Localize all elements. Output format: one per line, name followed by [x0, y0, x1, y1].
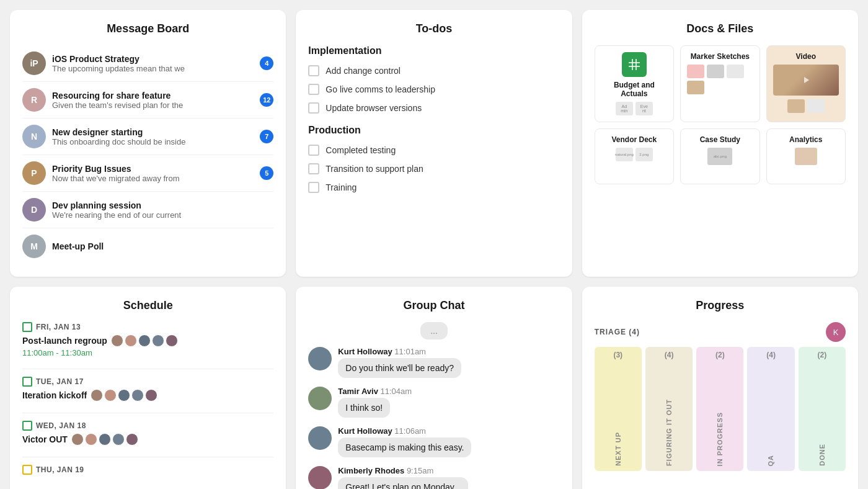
progress-column: (2) DONE: [799, 347, 846, 471]
chat-time: 11:06am: [394, 426, 426, 436]
chat-avatar: [308, 347, 332, 370]
doc-budget[interactable]: Budget and Actuals Admin Event: [595, 45, 674, 122]
todo-checkbox[interactable]: [308, 145, 319, 156]
message-preview: Now that we've migrated away from: [52, 174, 254, 183]
message-item[interactable]: iP iOS Product Strategy The upcoming upd…: [22, 45, 273, 82]
todo-item: Transition to support plan: [308, 159, 559, 178]
triage-label: TRIAGE (4): [595, 328, 640, 336]
doc-marker[interactable]: Marker Sketches: [680, 45, 760, 122]
chat-ellipsis: ...: [420, 322, 448, 339]
schedule-list: FRI, JAN 13 Post-launch regroup 11:00am …: [22, 322, 273, 477]
cs-thumb1: abc.png: [707, 148, 732, 165]
doc-video-thumbs: [787, 99, 825, 113]
progress-title: Progress: [595, 299, 846, 312]
doc-analytics[interactable]: Analytics: [766, 128, 846, 184]
doc-marker-thumbs: [687, 65, 753, 94]
message-item[interactable]: N New designer starting This onboarding …: [22, 119, 273, 155]
chat-bubble-row: Kurt Holloway 11:01am Do you think we'll…: [308, 347, 559, 378]
chat-bubble-row: Tamir Aviv 11:04am I think so!: [308, 387, 559, 418]
todo-checkbox[interactable]: [308, 65, 319, 76]
docs-grid: Budget and Actuals Admin Event Marker Sk…: [595, 45, 846, 184]
progress-col-label: FIGURING IT OUT: [645, 399, 693, 466]
message-badge: 7: [260, 130, 273, 143]
mini-avatar: [166, 334, 178, 347]
mini-avatar: [138, 334, 151, 347]
schedule-item: TUE, JAN 17 Iteration kickoff: [22, 377, 273, 402]
chat-bubble: Great! Let's plan on Monday...: [338, 477, 468, 489]
progress-col-count: (4): [645, 351, 693, 359]
doc-vendor[interactable]: Vendor Deck natural.png 2.png: [595, 128, 674, 184]
chat-time: 11:01am: [394, 347, 426, 356]
chat-list: Kurt Holloway 11:01am Do you think we'll…: [308, 347, 559, 489]
message-badge: 12: [260, 93, 273, 107]
progress-grid: (3) NEXT UP (4) FIGURING IT OUT (2) IN P…: [595, 347, 846, 471]
message-preview: We're nearing the end of our current: [52, 210, 273, 220]
doc-vendor-thumbs: natural.png 2.png: [616, 148, 653, 161]
avatars-row: [111, 334, 178, 347]
chat-avatar: [308, 426, 332, 450]
todo-section-title: Production: [308, 125, 559, 136]
chat-header: Kurt Holloway 11:06am: [338, 426, 471, 436]
schedule-date: TUE, JAN 17: [22, 377, 273, 387]
doc-casestudy[interactable]: Case Study abc.png: [680, 128, 760, 184]
message-title: Priority Bug Issues: [52, 164, 254, 174]
todo-item: Training: [308, 178, 559, 197]
chat-content: Kurt Holloway 11:06am Basecamp is making…: [338, 426, 471, 457]
vthumb1: [787, 99, 805, 113]
todo-item: Update browser versions: [308, 99, 559, 117]
message-content: Priority Bug Issues Now that we've migra…: [52, 164, 254, 183]
message-item[interactable]: P Priority Bug Issues Now that we've mig…: [22, 155, 273, 192]
avatar: P: [22, 161, 46, 185]
an-thumb1: [795, 148, 817, 165]
video-preview: [773, 65, 839, 96]
chat-content: Kurt Holloway 11:01am Do you think we'll…: [338, 347, 461, 378]
chat-content: Tamir Aviv 11:04am I think so!: [338, 387, 412, 418]
message-content: New designer starting This onboarding do…: [52, 127, 254, 146]
progress-col-count: (3): [595, 351, 642, 359]
mini-avatar: [91, 389, 103, 402]
schedule-date: FRI, JAN 13: [22, 322, 273, 332]
thumb3: [687, 65, 704, 78]
progress-col-count: (2): [696, 351, 743, 359]
chat-bubble-row: Kimberly Rhodes 9:15am Great! Let's plan…: [308, 466, 559, 489]
chat-bubble-row: Kurt Holloway 11:06am Basecamp is making…: [308, 426, 559, 457]
chat-time: 9:15am: [407, 466, 433, 475]
todo-checkbox[interactable]: [308, 102, 319, 114]
chat-header: Kimberly Rhodes 9:15am: [338, 466, 468, 475]
calendar-icon: [22, 322, 32, 332]
message-item[interactable]: D Dev planning session We're nearing the…: [22, 192, 273, 228]
progress-col-label: IN PROGRESS: [696, 412, 743, 466]
main-grid: Message Board iP iOS Product Strategy Th…: [10, 10, 858, 489]
todo-section-title: Implementation: [308, 45, 559, 56]
chat-sender: Kurt Holloway: [338, 347, 392, 356]
calendar-icon: [22, 465, 32, 475]
progress-col-count: (4): [747, 351, 794, 359]
mini-avatar: [99, 433, 111, 446]
doc-marker-title: Marker Sketches: [691, 52, 750, 61]
mini-avatar: [111, 334, 123, 347]
chat-sender: Tamir Aviv: [338, 387, 378, 396]
todo-checkbox[interactable]: [308, 182, 319, 193]
message-board-title: Message Board: [22, 22, 273, 35]
todo-item: Completed testing: [308, 141, 559, 159]
todo-checkbox[interactable]: [308, 163, 319, 174]
message-item[interactable]: R Resourcing for share feature Given the…: [22, 82, 273, 119]
message-item[interactable]: M Meet-up Poll: [22, 228, 273, 264]
todo-checkbox[interactable]: [308, 84, 319, 95]
chat-bubble: Basecamp is making this easy.: [338, 437, 471, 457]
progress-col-label: NEXT UP: [595, 432, 642, 466]
schedule-item: FRI, JAN 13 Post-launch regroup 11:00am …: [22, 322, 273, 357]
mini-avatar: [131, 389, 144, 402]
vd-thumb2: 2.png: [636, 148, 653, 161]
mini-avatar: [152, 334, 164, 347]
progress-column: (3) NEXT UP: [595, 347, 642, 471]
progress-column: (2) IN PROGRESS: [696, 347, 743, 471]
todo-text: Update browser versions: [326, 103, 422, 113]
spreadsheet-icon: [622, 52, 647, 77]
doc-video[interactable]: Video: [766, 45, 846, 122]
chat-avatar: [308, 387, 332, 410]
chat-sender: Kurt Holloway: [338, 426, 392, 436]
progress-col-count: (2): [799, 351, 846, 359]
mini-avatar: [71, 433, 84, 446]
svg-marker-5: [804, 77, 809, 83]
